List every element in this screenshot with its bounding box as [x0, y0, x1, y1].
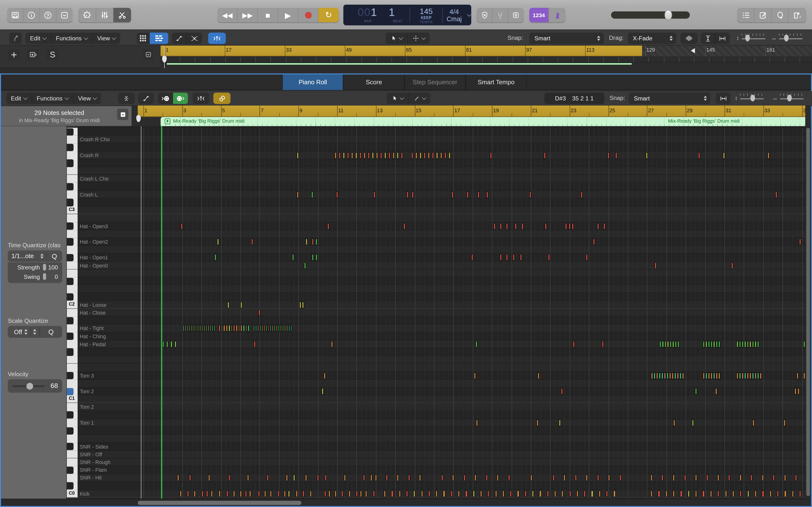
midi-note[interactable] [799, 490, 801, 497]
midi-note[interactable] [752, 372, 754, 379]
midi-note[interactable] [586, 475, 588, 482]
midi-note[interactable] [406, 490, 408, 497]
midi-note[interactable] [280, 325, 282, 332]
midi-note[interactable] [747, 490, 749, 497]
midi-note[interactable] [218, 490, 221, 497]
midi-note[interactable] [703, 341, 705, 348]
midi-note[interactable] [401, 152, 403, 159]
waveform-zoom-icon[interactable] [680, 33, 698, 44]
midi-note[interactable] [322, 388, 324, 395]
midi-note[interactable] [386, 475, 388, 482]
lcd-chevron-icon[interactable] [467, 12, 471, 16]
midi-note[interactable] [784, 490, 786, 497]
midi-note[interactable] [476, 419, 478, 427]
midi-note[interactable] [412, 191, 414, 198]
midi-note[interactable] [272, 325, 273, 332]
midi-note[interactable] [356, 490, 358, 497]
midi-note[interactable] [419, 152, 422, 159]
midi-note[interactable] [467, 191, 469, 198]
midi-note[interactable] [597, 475, 599, 482]
midi-note[interactable] [708, 341, 710, 348]
midi-note[interactable] [251, 238, 253, 245]
midi-note[interactable] [305, 238, 308, 245]
midi-note[interactable] [264, 490, 266, 497]
midi-note[interactable] [344, 475, 346, 482]
midi-note[interactable] [646, 152, 648, 159]
track-header-options-button[interactable] [143, 49, 153, 60]
midi-note[interactable] [312, 238, 314, 245]
midi-note[interactable] [373, 191, 375, 198]
midi-note[interactable] [421, 490, 423, 497]
midi-note[interactable] [266, 325, 267, 332]
tab-piano-roll[interactable]: Piano Roll [282, 74, 343, 90]
editors-button[interactable] [113, 8, 131, 22]
midi-note[interactable] [365, 490, 367, 497]
midi-note[interactable] [713, 341, 715, 348]
midi-note[interactable] [798, 388, 800, 395]
midi-note[interactable] [406, 191, 409, 198]
midi-note[interactable] [248, 325, 250, 332]
metronome-button[interactable] [549, 8, 565, 22]
midi-note[interactable] [711, 372, 713, 379]
midi-note[interactable] [673, 475, 675, 482]
midi-note[interactable] [547, 490, 549, 497]
piano-key[interactable] [67, 285, 78, 293]
midi-note[interactable] [253, 325, 255, 332]
midi-note[interactable] [226, 325, 227, 332]
midi-note[interactable] [384, 490, 386, 497]
midi-note[interactable] [688, 490, 690, 497]
back-arrow-button[interactable] [9, 33, 22, 44]
midi-note[interactable] [713, 372, 715, 379]
midi-note[interactable] [297, 191, 299, 198]
midi-note[interactable] [739, 372, 741, 379]
grid-view-icon[interactable] [137, 33, 150, 44]
midi-note[interactable] [706, 475, 709, 482]
black-key[interactable] [67, 238, 73, 245]
midi-note[interactable] [363, 152, 366, 159]
midi-note[interactable] [355, 152, 357, 159]
midi-note[interactable] [411, 152, 413, 159]
midi-note[interactable] [803, 372, 806, 379]
midi-note[interactable] [762, 475, 764, 482]
midi-note[interactable] [773, 475, 775, 482]
swing-slider[interactable] [43, 273, 46, 280]
midi-note[interactable] [665, 490, 667, 497]
lcd-key-signature[interactable]: 4/4 Cmaj [443, 5, 465, 25]
midi-note[interactable] [428, 152, 430, 159]
pr-automation-icon[interactable] [138, 93, 154, 104]
midi-note[interactable] [274, 325, 276, 332]
midi-note[interactable] [445, 152, 447, 159]
midi-note[interactable] [752, 341, 754, 348]
midi-note[interactable] [473, 490, 475, 497]
midi-note[interactable] [651, 372, 653, 379]
midi-note[interactable] [613, 490, 615, 497]
midi-note[interactable] [552, 475, 555, 482]
midi-note[interactable] [189, 475, 191, 482]
drag-dropdown[interactable]: X-Fade [627, 33, 676, 44]
midi-note[interactable] [199, 325, 201, 332]
midi-note[interactable] [195, 325, 197, 332]
midi-note[interactable] [424, 152, 426, 159]
piano-key[interactable] [67, 466, 78, 474]
black-key[interactable] [67, 128, 73, 135]
tab-smart-tempo[interactable]: Smart Tempo [465, 74, 526, 90]
library-button[interactable] [7, 8, 24, 22]
midi-note[interactable] [393, 152, 395, 159]
pr-menu-functions[interactable]: Functions [32, 93, 73, 104]
midi-note[interactable] [705, 372, 708, 379]
midi-note[interactable] [755, 490, 757, 497]
midi-note[interactable] [331, 341, 333, 348]
rewind-button[interactable]: ◀◀ [217, 8, 238, 22]
project-end-marker[interactable] [690, 46, 696, 56]
midi-note[interactable] [249, 490, 251, 497]
global-solo-button[interactable]: S [47, 49, 58, 60]
midi-note[interactable] [698, 152, 700, 159]
midi-note[interactable] [586, 254, 588, 261]
automation-icon[interactable] [172, 33, 187, 44]
midi-note[interactable] [221, 325, 223, 332]
midi-note[interactable] [415, 152, 418, 159]
midi-note[interactable] [258, 490, 260, 497]
midi-note[interactable] [490, 152, 492, 159]
midi-note[interactable] [471, 254, 473, 261]
piano-key[interactable] [67, 458, 78, 466]
